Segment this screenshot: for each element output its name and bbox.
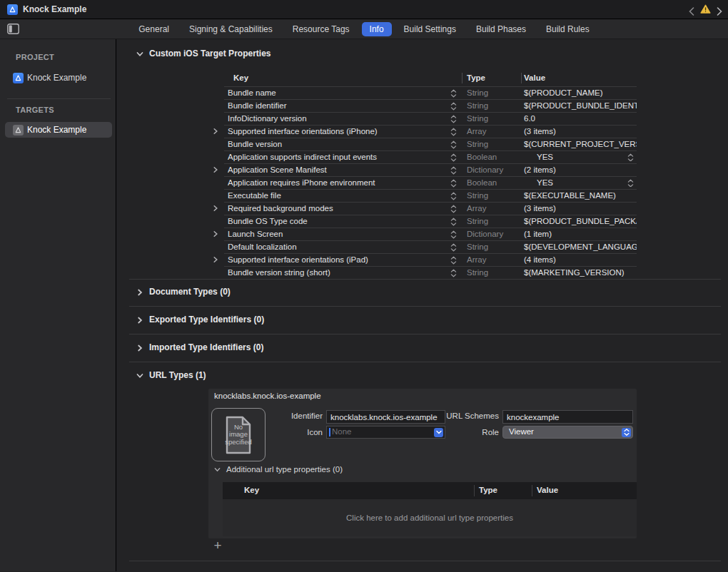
property-type: String [467, 88, 522, 97]
property-key: InfoDictionary version [228, 114, 445, 123]
row-disclosure-icon[interactable] [212, 166, 221, 175]
property-type: String [467, 140, 522, 148]
tab-resource-tags[interactable]: Resource Tags [285, 22, 358, 36]
property-row[interactable]: InfoDictionary versionString6.0 [224, 112, 637, 125]
warning-icon[interactable] [700, 4, 711, 16]
row-disclosure-icon[interactable] [212, 256, 221, 265]
section-divider [129, 334, 721, 334]
property-row[interactable]: Required background modesArray(3 items) [224, 202, 637, 215]
property-key: Supported interface orientations (iPad) [228, 255, 445, 264]
property-row[interactable]: Bundle versionString$(CURRENT_PROJECT_VE… [224, 138, 637, 150]
chevron-right-icon [136, 288, 143, 295]
tab-general[interactable]: General [131, 22, 177, 36]
column-key: Key [233, 73, 248, 82]
no-image-label: No image specified [223, 424, 254, 446]
property-row[interactable]: Default localizationString$(DEVELOPMENT_… [224, 240, 637, 253]
url-schemes-field[interactable] [502, 410, 633, 424]
back-icon[interactable] [689, 6, 694, 14]
key-stepper-icon[interactable] [450, 269, 457, 279]
forward-icon[interactable] [717, 6, 722, 14]
column-type: Type [467, 73, 485, 82]
property-row[interactable]: Executable fileString$(EXECUTABLE_NAME) [224, 189, 637, 202]
key-stepper-icon[interactable] [450, 115, 457, 125]
section-exported-type-identifiers[interactable]: Exported Type Identifiers (0) [136, 315, 264, 325]
property-value[interactable]: YES [524, 178, 637, 187]
property-type: String [467, 268, 522, 277]
row-disclosure-icon[interactable] [212, 205, 221, 213]
icon-label: Icon [251, 428, 323, 436]
key-stepper-icon[interactable] [450, 89, 457, 99]
tab-signing-capabilities[interactable]: Signing & Capabilities [181, 22, 280, 36]
key-stepper-icon[interactable] [450, 102, 457, 112]
add-url-type-button[interactable]: + [211, 540, 224, 553]
popup-stepper-icon [622, 428, 631, 437]
key-stepper-icon[interactable] [450, 256, 457, 266]
sidebar-item-target[interactable]: Knock Example [13, 123, 86, 137]
section-document-types[interactable]: Document Types (0) [136, 287, 231, 297]
sidebar-project-label: Knock Example [27, 73, 86, 83]
property-row[interactable]: Bundle identifierString$(PRODUCT_BUNDLE_… [224, 99, 637, 112]
value-stepper-icon[interactable] [627, 153, 634, 161]
property-value[interactable]: YES [524, 153, 637, 161]
key-stepper-icon[interactable] [450, 230, 457, 240]
property-value: $(PRODUCT_BUNDLE_PACKA [524, 217, 637, 225]
property-row[interactable]: Bundle version string (short)String$(MAR… [224, 266, 637, 279]
property-row[interactable]: Application supports indirect input even… [224, 150, 637, 163]
column-divider[interactable] [521, 73, 522, 83]
url-type-card: knocklabs.knock.ios-example No image spe… [208, 389, 637, 538]
property-row[interactable]: Application Scene ManifestDictionary(2 i… [224, 163, 637, 176]
key-stepper-icon[interactable] [450, 179, 457, 189]
section-divider [129, 362, 721, 362]
key-stepper-icon[interactable] [450, 243, 457, 253]
key-stepper-icon[interactable] [450, 128, 457, 138]
sidebar: PROJECT Knock Example TARGETS Knock Exam… [0, 39, 116, 571]
key-stepper-icon[interactable] [450, 205, 457, 215]
key-stepper-icon[interactable] [450, 166, 457, 176]
property-row[interactable]: Launch ScreenDictionary(1 item) [224, 228, 637, 240]
section-imported-type-identifiers[interactable]: Imported Type Identifiers (0) [136, 342, 263, 352]
property-key: Launch Screen [228, 230, 445, 238]
key-stepper-icon[interactable] [450, 218, 457, 228]
section-custom-ios-target-properties[interactable]: Custom iOS Target Properties [136, 48, 271, 58]
tab-build-rules[interactable]: Build Rules [538, 22, 597, 36]
property-row[interactable]: Bundle nameString$(PRODUCT_NAME) [224, 86, 637, 99]
info-pane: Custom iOS Target Properties Key Type Va… [116, 39, 728, 571]
column-divider[interactable] [462, 73, 462, 83]
add-url-type-property-row[interactable]: Click here to add additional url type pr… [223, 499, 637, 536]
property-key: Bundle version string (short) [228, 268, 445, 277]
property-row[interactable]: Application requires iPhone environmentB… [224, 176, 637, 189]
section-url-types[interactable]: URL Types (1) [136, 370, 206, 380]
key-stepper-icon[interactable] [450, 153, 457, 163]
property-type: String [467, 217, 522, 225]
tab-build-phases[interactable]: Build Phases [468, 22, 534, 36]
property-value: $(PRODUCT_NAME) [524, 88, 637, 97]
property-key: Supported interface orientations (iPhone… [228, 127, 445, 136]
column-value: Value [537, 486, 558, 494]
row-disclosure-icon[interactable] [212, 230, 221, 239]
column-type: Type [479, 486, 497, 494]
sidebar-item-project[interactable]: Knock Example [13, 71, 86, 85]
property-row[interactable]: Supported interface orientations (iPhone… [224, 125, 637, 138]
property-row[interactable]: Bundle OS Type codeString$(PRODUCT_BUNDL… [224, 215, 637, 228]
role-popup[interactable]: Viewer [502, 426, 633, 439]
additional-url-type-properties-header[interactable]: Additional url type properties (0) [214, 465, 343, 474]
property-key: Bundle name [228, 88, 445, 97]
tab-strip: GeneralSigning & CapabilitiesResource Ta… [131, 22, 597, 36]
value-stepper-icon[interactable] [627, 179, 634, 187]
tab-build-settings[interactable]: Build Settings [396, 22, 464, 36]
target-tab-bar: GeneralSigning & CapabilitiesResource Ta… [0, 19, 728, 39]
sidebar-toggle-icon[interactable] [7, 24, 19, 34]
table-header: Key Type Value [223, 482, 637, 499]
sidebar-divider [7, 98, 111, 99]
property-row[interactable]: Supported interface orientations (iPad)A… [224, 253, 637, 266]
property-value: (2 items) [524, 165, 637, 174]
empty-table-hint: Click here to add additional url type pr… [346, 514, 513, 522]
property-type: Boolean [467, 178, 522, 187]
column-divider[interactable] [532, 485, 532, 496]
row-disclosure-icon[interactable] [212, 128, 221, 136]
key-stepper-icon[interactable] [450, 192, 457, 202]
project-icon [13, 73, 24, 83]
tab-info[interactable]: Info [362, 22, 392, 36]
column-divider[interactable] [474, 485, 475, 496]
key-stepper-icon[interactable] [450, 141, 457, 150]
